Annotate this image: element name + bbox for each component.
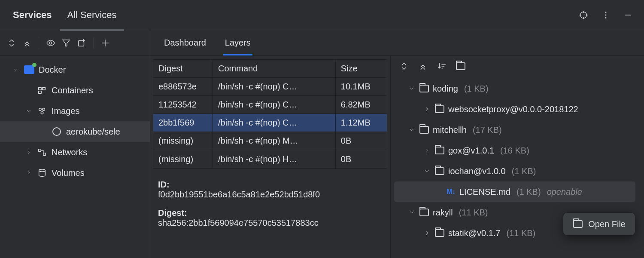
svg-rect-22 <box>39 149 41 152</box>
markdown-icon: M↓ <box>446 187 456 197</box>
digest-value: sha256:2bb1f569094e75570c53517883cc <box>158 218 382 228</box>
cell-size: 1.12MB <box>336 114 387 132</box>
table-row[interactable]: (missing) /bin/sh -c #(nop) H… 0B <box>153 150 387 168</box>
chevron-right-icon <box>25 169 33 177</box>
cell-digest: 11253542 <box>153 96 213 114</box>
tree-node-networks[interactable]: Networks <box>0 142 150 163</box>
node-label: Networks <box>52 147 87 157</box>
svg-rect-16 <box>39 88 41 90</box>
chevron-down-icon <box>408 209 416 216</box>
folder-name: iochan@v1.0.0 <box>448 166 506 176</box>
cell-size: 10.1MB <box>336 78 387 95</box>
cell-command: /bin/sh -c #(nop) M… <box>213 132 336 150</box>
chevron-down-icon <box>408 85 416 92</box>
folder-name: statik@v0.1.7 <box>448 228 500 238</box>
tab-dashboard[interactable]: Dashboard <box>155 30 216 55</box>
folder-icon <box>434 166 445 176</box>
chevron-down-icon <box>408 126 416 134</box>
svg-marker-10 <box>63 40 70 46</box>
folder-icon <box>419 83 429 94</box>
node-label: Docker <box>39 65 66 75</box>
more-icon[interactable] <box>599 9 612 22</box>
folder-row[interactable]: websocketproxy@v0.0.0-2018122 <box>391 99 644 120</box>
filter-icon[interactable] <box>60 37 73 49</box>
tree-node-docker[interactable]: Docker <box>0 59 150 80</box>
top-bar: Services All Services <box>0 0 644 30</box>
col-digest[interactable]: Digest <box>153 60 213 77</box>
chevron-right-icon <box>423 105 431 113</box>
svg-rect-17 <box>43 88 45 90</box>
folder-icon <box>419 207 429 218</box>
target-icon[interactable] <box>577 9 590 22</box>
table-row[interactable]: 2bb1f569 /bin/sh -c #(nop) C… 1.12MB <box>153 114 387 132</box>
file-size: (1 KB) <box>516 187 541 197</box>
tab-layers[interactable]: Layers <box>216 30 260 55</box>
volume-icon <box>37 168 47 178</box>
expand-collapse-icon[interactable] <box>5 37 18 49</box>
tab-all-services[interactable]: All Services <box>60 9 125 21</box>
file-name: LICENSE.md <box>459 187 510 197</box>
svg-rect-11 <box>79 40 84 46</box>
cell-command: /bin/sh -c #(nop) C… <box>213 96 336 114</box>
folder-icon[interactable] <box>454 60 467 73</box>
add-icon[interactable] <box>99 37 112 49</box>
show-icon[interactable] <box>44 37 57 49</box>
file-toolbar <box>391 56 644 77</box>
file-row[interactable]: M↓ LICENSE.md (1 KB) openable <box>394 181 635 202</box>
col-command[interactable]: Command <box>213 60 336 77</box>
folder-row[interactable]: koding (1 KB) <box>391 78 644 99</box>
cell-size: 0B <box>336 132 387 150</box>
tree-node-containers[interactable]: Containers <box>0 80 150 101</box>
sidebar-toolbar <box>0 30 150 56</box>
chevron-down-icon <box>25 107 33 115</box>
col-size[interactable]: Size <box>336 60 387 77</box>
folder-name: rakyll <box>433 208 453 218</box>
cell-command: /bin/sh -c #(nop) C… <box>213 78 336 95</box>
cell-digest: (missing) <box>153 132 213 150</box>
collapse-all-icon[interactable] <box>416 60 429 73</box>
node-label: aerokube/sele <box>66 127 120 137</box>
folder-size: (11 KB) <box>506 228 535 238</box>
table-row[interactable]: e886573e /bin/sh -c #(nop) C… 10.1MB <box>153 78 387 96</box>
tree-node-image-item[interactable]: aerokube/sele <box>0 121 150 142</box>
cell-size: 0B <box>336 150 387 168</box>
containers-icon <box>37 85 47 95</box>
folder-row[interactable]: iochan@v1.0.0 (1 KB) <box>391 161 644 181</box>
svg-point-24 <box>39 169 46 172</box>
folder-icon <box>434 104 445 114</box>
expand-collapse-icon[interactable] <box>398 60 410 73</box>
new-session-icon[interactable] <box>75 37 88 49</box>
sort-icon[interactable] <box>435 60 448 73</box>
cell-digest: (missing) <box>153 150 213 168</box>
table-row[interactable]: (missing) /bin/sh -c #(nop) M… 0B <box>153 132 387 150</box>
circle-icon <box>52 126 62 137</box>
svg-rect-23 <box>43 153 46 156</box>
folder-icon <box>434 145 445 156</box>
id-label: ID: <box>158 180 382 190</box>
cell-digest: 2bb1f569 <box>153 114 213 132</box>
table-row[interactable]: 11253542 /bin/sh -c #(nop) C… 6.82MB <box>153 96 387 114</box>
svg-point-9 <box>49 42 52 44</box>
separator <box>93 37 94 49</box>
svg-point-19 <box>39 108 42 111</box>
chevron-down-icon <box>423 167 431 175</box>
folder-size: (1 KB) <box>512 166 536 176</box>
tree-node-images[interactable]: Images <box>0 101 150 121</box>
tree-node-volumes[interactable]: Volumes <box>0 163 150 183</box>
folder-row[interactable]: mitchellh (17 KB) <box>391 120 644 140</box>
folder-name: gox@v1.0.1 <box>448 146 494 156</box>
svg-point-6 <box>605 14 607 15</box>
cell-command: /bin/sh -c #(nop) C… <box>213 114 336 132</box>
cell-command: /bin/sh -c #(nop) H… <box>213 150 336 168</box>
context-menu[interactable]: Open File <box>563 212 635 236</box>
chevron-right-icon <box>423 229 431 237</box>
folder-size: (11 KB) <box>459 208 488 218</box>
menu-item-open-file[interactable]: Open File <box>588 219 626 229</box>
node-label: Volumes <box>52 168 85 178</box>
node-label: Images <box>52 106 80 116</box>
folder-row[interactable]: gox@v1.0.1 (16 KB) <box>391 140 644 161</box>
minimize-icon[interactable] <box>622 9 635 22</box>
collapse-all-icon[interactable] <box>21 37 33 49</box>
layers-panel: Digest Command Size e886573e /bin/sh -c … <box>150 56 391 258</box>
docker-icon <box>24 64 34 75</box>
